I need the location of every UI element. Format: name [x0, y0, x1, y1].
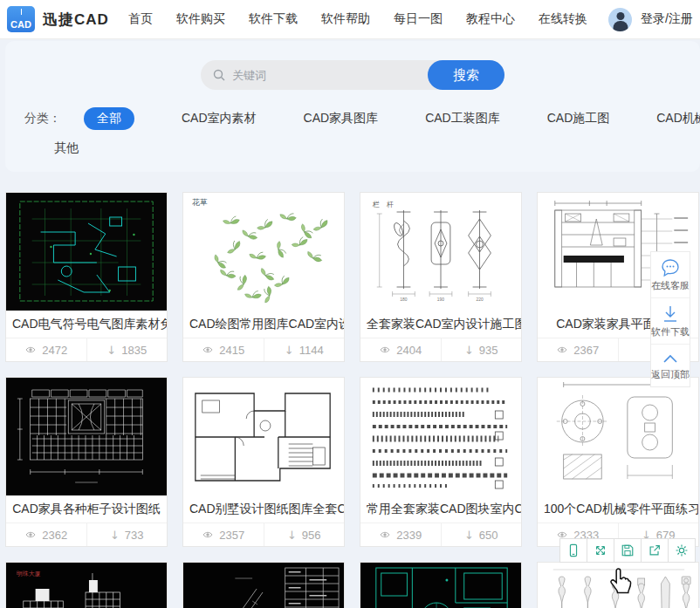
save-icon	[621, 543, 635, 557]
navbar: CAD 迅捷CAD 首页 软件购买 软件下载 软件帮助 每日一图 教程中心 在线…	[0, 0, 700, 39]
card-item[interactable]: CAD电气符号电气图库素材免费... 2472 ↓1835	[5, 192, 168, 362]
card-item[interactable]: 花草 CAD绘图常用图库CAD室内设计... 2415 ↓1144	[182, 192, 345, 362]
nav-item-buy[interactable]: 软件购买	[176, 11, 225, 27]
card-title[interactable]: CAD绘图常用图库CAD室内设计...	[183, 311, 344, 338]
online-service-button[interactable]: 在线客服	[651, 252, 690, 297]
download-arrow-icon: ↓	[287, 529, 297, 542]
filter-mechanical[interactable]: CAD机械图纸	[656, 111, 700, 126]
nav-item-download[interactable]: 软件下载	[249, 11, 298, 27]
brand-logo-text: CAD	[10, 19, 31, 30]
card-thumbnail-detail-drawing[interactable]	[183, 563, 344, 608]
settings-button[interactable]	[668, 538, 696, 563]
downloads-count: 733	[125, 529, 144, 542]
brand-name: 迅捷CAD	[43, 10, 109, 30]
card-item[interactable]: CAD家具各种柜子设计图纸 2362 ↓733	[5, 377, 168, 547]
views-eye-icon	[556, 345, 568, 355]
share-icon	[648, 543, 662, 557]
download-arrow-icon: ↓	[464, 344, 474, 357]
filter-commercial[interactable]: CAD工装图库	[425, 111, 500, 126]
filter-all-active[interactable]: 全部	[84, 107, 134, 130]
mobile-view-button[interactable]	[559, 538, 587, 563]
filter-label: 分类：	[24, 111, 61, 126]
nav-item-tutorials[interactable]: 教程中心	[466, 11, 515, 27]
building-label: 明珠大厦	[17, 570, 41, 577]
card-item[interactable]: CAD别墅设计图纸图库全套CAD... 2357 ↓956	[182, 377, 345, 547]
chat-bubble-icon	[660, 258, 681, 277]
filter-furniture[interactable]: CAD家具图库	[304, 111, 379, 126]
card-item[interactable]	[360, 562, 522, 608]
card-stats: 2362 ↓733	[6, 523, 167, 546]
railing-dim-1: 180	[400, 297, 407, 302]
views-count: 2415	[219, 344, 244, 357]
views-eye-icon	[24, 529, 37, 540]
card-title[interactable]: 常用全套家装CAD图块室内CAD...	[360, 495, 521, 523]
views-count: 2339	[396, 529, 422, 542]
downloads-count: 1144	[299, 344, 324, 357]
downloads-count: 956	[302, 529, 321, 542]
downloads-count: 935	[479, 344, 498, 357]
card-thumbnail-mechanical[interactable]	[538, 378, 698, 495]
downloads-count: 1835	[121, 344, 147, 357]
login-register-link[interactable]: 登录/注册	[641, 11, 693, 27]
nav-item-daily[interactable]: 每日一图	[394, 11, 443, 27]
views-eye-icon	[202, 345, 214, 355]
download-arrow-icon: ↓	[106, 344, 116, 357]
online-service-label: 在线客服	[651, 279, 690, 292]
search-button[interactable]: 搜索	[428, 60, 504, 90]
views-count: 2357	[219, 529, 244, 542]
card-thumbnail-balusters[interactable]	[538, 563, 698, 608]
card-item[interactable]: 常用全套家装CAD图块室内CAD... 2339 ↓650	[360, 377, 522, 547]
category-filter: 分类： 全部 CAD室内素材 CAD家具图库 CAD工装图库 CAD施工图 CA…	[5, 107, 700, 156]
card-title[interactable]: CAD家具各种柜子设计图纸	[6, 495, 167, 523]
brand-logo[interactable]: CAD	[7, 6, 35, 32]
page: CAD 迅捷CAD 首页 软件购买 软件下载 软件帮助 每日一图 教程中心 在线…	[0, 0, 700, 608]
save-button[interactable]	[614, 538, 642, 563]
fullscreen-button[interactable]	[587, 538, 614, 563]
downloads-count: 650	[479, 529, 498, 542]
filter-other[interactable]: 其他	[54, 140, 79, 154]
search-input[interactable]	[232, 69, 415, 82]
card-thumbnail-blocks[interactable]	[360, 378, 521, 495]
card-thumbnail-buildings[interactable]: 明珠大厦	[6, 563, 167, 608]
software-download-label: 软件下载	[651, 325, 690, 338]
software-download-button[interactable]: 软件下载	[651, 297, 690, 344]
plants-label: 花草	[192, 198, 208, 207]
card-thumbnail-ceiling[interactable]	[6, 378, 167, 495]
search-icon	[213, 69, 225, 81]
railing-label: 栏 杆	[373, 201, 396, 208]
share-button[interactable]	[641, 538, 669, 563]
views-count: 2472	[42, 344, 67, 357]
views-eye-icon	[379, 529, 391, 540]
views-count: 2404	[396, 344, 422, 357]
back-to-top-label: 返回顶部	[651, 368, 690, 381]
filter-construction[interactable]: CAD施工图	[547, 111, 610, 126]
railing-dim-2: 190	[437, 297, 444, 302]
filter-interior[interactable]: CAD室内素材	[182, 111, 257, 126]
nav-item-home[interactable]: 首页	[128, 11, 153, 27]
card-item[interactable]: 栏 杆 180 190 220 全套家装CAD室内设计施工图常...	[360, 192, 522, 362]
card-thumbnail-plants[interactable]: 花草	[183, 193, 344, 311]
card-thumbnail-villa-plan[interactable]	[183, 378, 344, 495]
card-stats: 2472 ↓1835	[6, 338, 167, 361]
card-title[interactable]: 100个CAD机械零件平面练习图纸	[538, 495, 698, 523]
back-to-top-button[interactable]: 返回顶部	[651, 344, 690, 386]
views-eye-icon	[202, 529, 214, 540]
user-avatar-icon[interactable]	[608, 8, 632, 31]
card-thumbnail-teal-plan[interactable]	[360, 563, 521, 608]
card-title[interactable]: CAD别墅设计图纸图库全套CAD...	[183, 495, 344, 523]
views-eye-icon	[24, 345, 37, 355]
nav-item-convert[interactable]: 在线转换	[539, 11, 587, 27]
card-item[interactable]: 100个CAD机械零件平面练习图纸 2333 ↓679	[537, 377, 699, 547]
railing-dim-3: 220	[476, 297, 483, 302]
views-count: 2362	[42, 529, 67, 542]
card-thumbnail-railings[interactable]: 栏 杆 180 190 220	[360, 193, 521, 311]
card-item[interactable]: 明珠大厦	[5, 562, 168, 608]
card-item[interactable]	[182, 562, 345, 608]
nav-item-help[interactable]: 软件帮助	[321, 11, 370, 27]
card-thumbnail-electrical[interactable]	[6, 193, 167, 311]
card-title[interactable]: 全套家装CAD室内设计施工图常...	[360, 311, 521, 338]
mobile-icon	[566, 543, 580, 558]
chevron-up-icon	[660, 351, 681, 366]
card-title[interactable]: CAD电气符号电气图库素材免费...	[6, 311, 167, 338]
card-item[interactable]	[537, 562, 699, 608]
